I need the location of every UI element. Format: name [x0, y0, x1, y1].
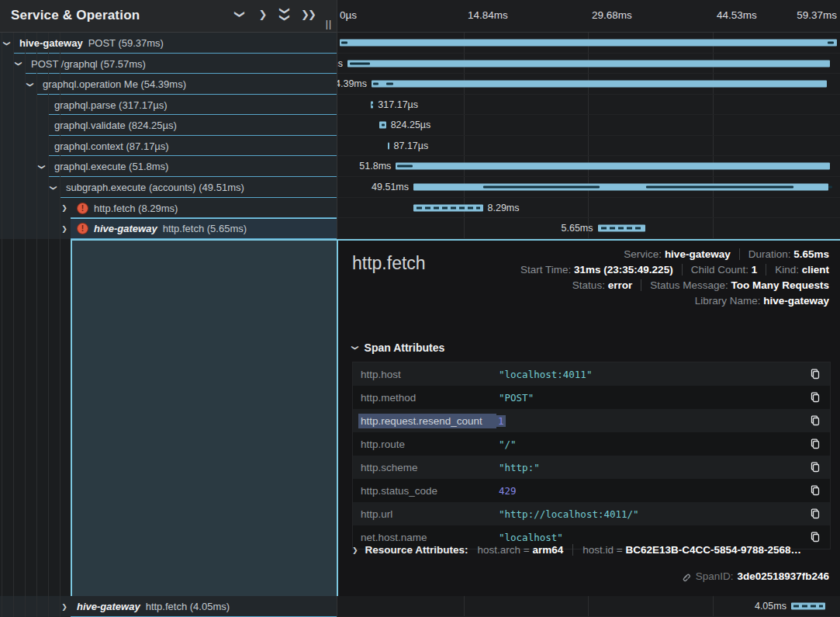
child-span-marker	[828, 186, 832, 189]
meta-value: 5.65ms	[793, 248, 829, 260]
span-duration-bar[interactable]	[791, 603, 825, 610]
panel-title: Service & Operation	[11, 8, 140, 23]
child-span-marker	[601, 227, 643, 230]
span-tree-row[interactable]: ❯subgraph.execute (accounts) (49.51ms)	[0, 177, 337, 198]
attribute-value: "localhost:4011"	[499, 369, 808, 380]
span-row-content: !hive-gatewayhttp.fetch (5.65ms)	[0, 218, 337, 239]
span-meta-line: Status: errorStatus Message: Too Many Re…	[520, 279, 829, 291]
attribute-key: http.host	[361, 369, 499, 380]
child-span-marker	[341, 42, 347, 44]
span-duration-bar[interactable]	[379, 122, 386, 129]
copy-icon[interactable]	[808, 414, 822, 428]
timeline-row: 317.17µs	[337, 95, 840, 115]
span-tree-row[interactable]: ❯hive-gatewayhttp.fetch (4.05ms)	[0, 596, 337, 617]
attribute-value: 1	[496, 415, 808, 427]
copy-icon[interactable]	[808, 460, 822, 474]
chevron-down-icon[interactable]: ❯	[234, 8, 246, 22]
attribute-value: 429	[499, 485, 808, 497]
meta-value: error	[608, 279, 633, 291]
double-chevron-right-icon[interactable]: ❯❯	[301, 9, 315, 20]
pane-resize-handle[interactable]: ||	[326, 19, 332, 29]
span-tree-row[interactable]: graphql.context (87.17µs)	[0, 136, 337, 156]
child-span-marker	[382, 124, 385, 127]
span-meta-pair: Start Time: 31ms (23:35:49.225)	[520, 264, 673, 276]
meta-label: Status Message:	[650, 279, 731, 291]
span-tree-row[interactable]: ❯graphql.operation Me (54.39ms)	[0, 74, 337, 95]
meta-value: Too Many Requests	[731, 279, 829, 291]
span-attributes-section: ❯ Span Attributes http.host"localhost:40…	[352, 341, 831, 549]
timeline-row: 5.65ms	[337, 218, 840, 239]
span-duration-bar[interactable]	[413, 184, 828, 191]
child-span-marker	[373, 83, 379, 85]
timeline-tick-label: 29.68ms	[592, 9, 632, 21]
service-name: hive-gateway	[94, 223, 157, 234]
chevron-right-icon: ❯	[352, 546, 358, 554]
span-duration-bar[interactable]	[371, 101, 373, 108]
span-duration-bar[interactable]	[388, 142, 389, 149]
span-row-content: hive-gatewayhttp.fetch (4.05ms)	[0, 596, 337, 617]
span-duration-bar[interactable]	[340, 40, 837, 47]
span-tree-row[interactable]: ❯hive-gatewayPOST (59.37ms)	[0, 33, 337, 54]
span-tree-row[interactable]: ❯!http.fetch (8.29ms)	[0, 198, 337, 218]
copy-icon[interactable]	[808, 507, 822, 521]
span-row-content: graphql.context (87.17µs)	[0, 136, 337, 156]
span-title: http.fetch	[352, 253, 426, 274]
span-duration-bar[interactable]	[396, 163, 829, 170]
meta-label: Start Time:	[520, 264, 574, 276]
attribute-row: http.route"/"	[353, 432, 830, 456]
attribute-row: http.method"POST"	[353, 386, 830, 409]
resource-attributes-title[interactable]: Resource Attributes:	[365, 544, 468, 556]
attribute-key: http.scheme	[361, 462, 499, 473]
span-meta-line: Start Time: 31ms (23:35:49.225)Child Cou…	[520, 264, 829, 276]
span-attributes-header[interactable]: ❯ Span Attributes	[352, 341, 831, 354]
link-icon[interactable]	[680, 571, 691, 582]
service-name: hive-gateway	[19, 37, 83, 49]
span-row-content: POST /graphql (57.57ms)	[0, 54, 337, 74]
span-duration-bar[interactable]	[598, 225, 645, 232]
span-duration-bar[interactable]	[372, 81, 827, 88]
span-tree-row[interactable]: ❯graphql.execute (51.8ms)	[0, 156, 337, 177]
chevron-right-icon[interactable]: ❯	[256, 9, 270, 20]
span-meta-pair: Child Count: 1	[682, 264, 758, 276]
double-chevron-down-icon[interactable]: ❯❯	[279, 7, 291, 21]
attribute-value: "POST"	[499, 392, 808, 404]
meta-value: client	[802, 264, 829, 276]
meta-value: 31ms (23:35:49.225)	[574, 264, 673, 276]
timeline-row: 57.57ms	[337, 54, 840, 74]
span-tree-row[interactable]: ❯!hive-gatewayhttp.fetch (5.65ms)	[0, 218, 337, 239]
timeline-tick-label: 59.37ms	[797, 9, 837, 21]
span-tree-row[interactable]: graphql.parse (317.17µs)	[0, 95, 337, 115]
copy-icon[interactable]	[808, 484, 822, 497]
span-meta-line: Service: hive-gatewayDuration: 5.65ms	[520, 248, 829, 260]
timeline-row: 51.8ms	[337, 156, 840, 177]
span-row-content: !http.fetch (8.29ms)	[0, 198, 337, 218]
timeline-row: 824.25µs	[337, 115, 840, 136]
span-tree-row[interactable]: graphql.validate (824.25µs)	[0, 115, 337, 136]
span-duration-bar[interactable]	[347, 60, 830, 67]
child-span-marker	[417, 206, 480, 209]
span-row-content: subgraph.execute (accounts) (49.51ms)	[0, 177, 337, 198]
meta-label: Duration:	[748, 248, 794, 260]
span-attributes-table: http.host"localhost:4011"http.method"POS…	[352, 362, 831, 549]
span-tree-row[interactable]: ❯POST /graphql (57.57ms)	[0, 54, 337, 74]
span-row-content: hive-gatewayPOST (59.37ms)	[0, 33, 337, 54]
resource-attribute-pair: host.id = BC62E13B-C4CC-5854-9788-2568…	[572, 544, 801, 556]
span-attributes-title: Span Attributes	[365, 341, 445, 354]
copy-icon[interactable]	[808, 390, 822, 404]
timeline-tick-label: 0µs	[340, 9, 357, 21]
timeline-tick-label: 14.84ms	[468, 9, 508, 21]
attribute-row: http.host"localhost:4011"	[353, 362, 830, 386]
span-meta: Service: hive-gatewayDuration: 5.65msSta…	[520, 248, 829, 310]
operation-label: http.fetch (5.65ms)	[163, 223, 247, 234]
span-duration-label: 54.39ms	[337, 78, 367, 89]
child-span-marker	[386, 83, 393, 85]
selected-span-expanded-area	[71, 239, 337, 596]
meta-label: Kind:	[775, 264, 802, 276]
operation-label: graphql.context (87.17µs)	[54, 140, 169, 152]
copy-icon[interactable]	[808, 437, 822, 451]
span-duration-label: 49.51ms	[372, 182, 409, 192]
copy-icon[interactable]	[808, 530, 822, 544]
span-duration-bar[interactable]	[413, 204, 483, 211]
attribute-row: http.status_code429	[353, 479, 830, 502]
copy-icon[interactable]	[808, 367, 822, 381]
